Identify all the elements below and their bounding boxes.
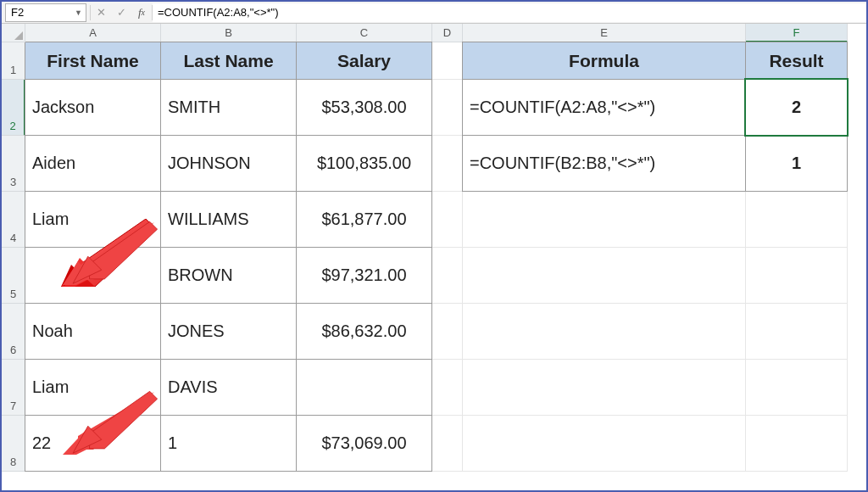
cell-B6[interactable]: JONES	[160, 303, 297, 360]
cell-D1[interactable]	[432, 42, 463, 80]
row-header-1[interactable]: 1	[2, 42, 25, 80]
cell-B8[interactable]: 1	[160, 415, 297, 472]
formula-input[interactable]: =COUNTIF(A2:A8,"<>*")	[153, 3, 866, 22]
cell-E3[interactable]: =COUNTIF(B2:B8,"<>*")	[462, 135, 746, 192]
cell-C7[interactable]	[296, 359, 432, 416]
cell-E6[interactable]	[463, 304, 746, 360]
spreadsheet-grid[interactable]: A B C D E F 1 2 3 4 5 6 7 8 First Name L…	[2, 24, 866, 472]
cell-A7[interactable]: Liam	[25, 359, 161, 416]
cell-F7[interactable]	[746, 360, 848, 416]
row-header-7[interactable]: 7	[2, 360, 25, 416]
chevron-down-icon[interactable]: ▼	[75, 8, 82, 17]
cell-C5[interactable]: $97,321.00	[296, 247, 432, 304]
select-all-corner[interactable]	[2, 24, 25, 42]
cell-B5[interactable]: BROWN	[160, 247, 297, 304]
name-box[interactable]: F2 ▼	[5, 3, 86, 22]
cell-A8[interactable]: 22	[25, 415, 161, 472]
accept-icon[interactable]: ✓	[111, 3, 131, 22]
cell-C6[interactable]: $86,632.00	[296, 303, 432, 360]
cell-C3[interactable]: $100,835.00	[296, 135, 432, 192]
cell-D5[interactable]	[432, 248, 463, 304]
col-header-E[interactable]: E	[463, 24, 746, 42]
cell-C1[interactable]: Salary	[296, 42, 432, 80]
cell-C2[interactable]: $53,308.00	[296, 79, 432, 136]
cell-E1[interactable]: Formula	[462, 42, 746, 80]
cell-B1[interactable]: Last Name	[160, 42, 297, 80]
col-header-A[interactable]: A	[25, 24, 161, 42]
cell-C4[interactable]: $61,877.00	[296, 191, 432, 248]
formula-bar: F2 ▼ ✕ ✓ fx =COUNTIF(A2:A8,"<>*")	[2, 2, 866, 24]
cell-A2[interactable]: Jackson	[25, 79, 161, 136]
cell-F8[interactable]	[746, 416, 848, 472]
cell-A4[interactable]: Liam	[25, 191, 161, 248]
cell-D8[interactable]	[432, 416, 463, 472]
cell-A5[interactable]	[25, 247, 161, 304]
cell-A1[interactable]: First Name	[25, 42, 161, 80]
cell-E5[interactable]	[463, 248, 746, 304]
cell-F3[interactable]: 1	[745, 135, 848, 192]
cell-D7[interactable]	[432, 360, 463, 416]
name-box-value: F2	[11, 6, 24, 19]
cell-B2[interactable]: SMITH	[160, 79, 297, 136]
cell-F4[interactable]	[746, 192, 848, 248]
row-header-4[interactable]: 4	[2, 192, 25, 248]
cell-D4[interactable]	[432, 192, 463, 248]
cell-E7[interactable]	[463, 360, 746, 416]
fx-icon[interactable]: fx	[131, 3, 152, 22]
row-header-6[interactable]: 6	[2, 304, 25, 360]
cell-E4[interactable]	[463, 192, 746, 248]
row-header-8[interactable]: 8	[2, 416, 25, 472]
cell-D2[interactable]	[432, 80, 463, 136]
cell-D3[interactable]	[432, 136, 463, 192]
col-header-D[interactable]: D	[432, 24, 463, 42]
formula-input-text: =COUNTIF(A2:A8,"<>*")	[158, 6, 279, 19]
cell-A3[interactable]: Aiden	[25, 135, 161, 192]
cell-C8[interactable]: $73,069.00	[296, 415, 432, 472]
cell-F2[interactable]: 2	[745, 79, 848, 136]
row-header-3[interactable]: 3	[2, 136, 25, 192]
cell-B3[interactable]: JOHNSON	[160, 135, 297, 192]
cell-F5[interactable]	[746, 248, 848, 304]
cell-E2[interactable]: =COUNTIF(A2:A8,"<>*")	[462, 79, 746, 136]
row-header-5[interactable]: 5	[2, 248, 25, 304]
cancel-icon[interactable]: ✕	[91, 3, 111, 22]
col-header-B[interactable]: B	[161, 24, 297, 42]
col-header-C[interactable]: C	[297, 24, 432, 42]
cell-B4[interactable]: WILLIAMS	[160, 191, 297, 248]
cell-E8[interactable]	[463, 416, 746, 472]
cell-D6[interactable]	[432, 304, 463, 360]
cell-A6[interactable]: Noah	[25, 303, 161, 360]
col-header-F[interactable]: F	[746, 24, 848, 42]
cell-F6[interactable]	[746, 304, 848, 360]
cell-B7[interactable]: DAVIS	[160, 359, 297, 416]
row-header-2[interactable]: 2	[2, 80, 25, 136]
cell-F1[interactable]: Result	[745, 42, 848, 80]
